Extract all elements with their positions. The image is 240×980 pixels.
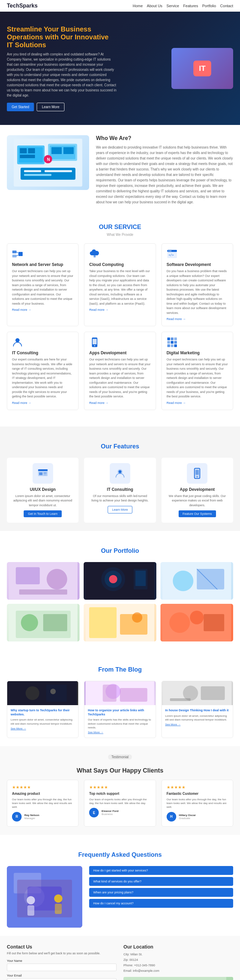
location-details: City: Milan St. Zip: 00124 Phone: +012-3…	[123, 951, 233, 974]
service-software-title: Software Development	[166, 262, 228, 267]
email-label: Your Email	[7, 974, 117, 977]
svg-point-80	[50, 689, 56, 694]
location-section: Our Location City: Milan St. Zip: 00124 …	[123, 944, 233, 980]
form-name-group: Your Name	[7, 959, 117, 971]
portfolio-item-3[interactable]	[160, 562, 233, 600]
faq-item-3[interactable]: When are your pricing plans?	[89, 888, 233, 897]
name-input[interactable]	[7, 964, 117, 971]
network-icon	[12, 248, 23, 259]
testimonial-3-desc: Our team looks after you through the day…	[166, 797, 228, 809]
nav-links: Home About Us Service Features Portfolio…	[133, 4, 233, 8]
reviewer-info-2: Eleanor Ford Business	[101, 810, 118, 816]
who-we-are-section: N Who We Are? We are dedicated to provid…	[0, 125, 240, 215]
service-card-software: </> Software Development Do you have a b…	[162, 243, 233, 326]
svg-point-58	[109, 575, 117, 583]
service-apps-desc: Our expert technicians can help you set …	[89, 357, 150, 399]
testimonials-title: What Says Our Happy Clients	[7, 767, 233, 774]
location-title: Our Location	[123, 944, 233, 950]
blog-card-2: How to organize your article links with …	[84, 681, 156, 738]
blog-1-desc: Lorem ipsum dolor sit amet, consectetur …	[11, 718, 75, 725]
feature-itconsulting-btn[interactable]: Learn More	[108, 506, 132, 514]
reviewer-info-3: Hillary Oscar Graduate	[179, 814, 196, 820]
blog-grid: Why startup turn to TechSparks for their…	[7, 681, 233, 738]
svg-rect-16	[12, 251, 16, 253]
blog-2-seemore[interactable]: See More →	[88, 731, 103, 734]
svg-rect-84	[120, 688, 147, 702]
service-network-readmore[interactable]: Read more →	[12, 308, 31, 312]
service-network-desc: Our expert technicians can help you set …	[12, 269, 74, 306]
service-digital-desc: Our expert technicians can help you set …	[166, 357, 228, 399]
feature-uiux-btn[interactable]: Get In Touch to Learn	[24, 511, 61, 517]
portfolio-item-2[interactable]	[84, 562, 156, 600]
name-label: Your Name	[7, 959, 117, 963]
blog-2-title: How to organize your article links with …	[88, 708, 152, 716]
svg-rect-49	[195, 470, 199, 475]
svg-rect-36	[174, 341, 177, 344]
feature-itconsulting-title: IT Consulting	[90, 487, 150, 492]
feature-appdev-btn[interactable]: Feature Our Systems	[179, 511, 216, 517]
testimonials-grid: ★★★★★ Amazing product Our team looks aft…	[7, 780, 233, 827]
reviewer-role-1: Manager	[24, 817, 40, 820]
service-network-title: Network and Server Setup	[12, 262, 74, 267]
portfolio-item-1[interactable]	[7, 562, 80, 600]
learn-more-button[interactable]: Learn More	[37, 103, 64, 111]
svg-rect-88	[170, 698, 190, 701]
hero-image: IT	[171, 48, 233, 89]
portfolio-item-6[interactable]	[160, 604, 233, 641]
reviewer-name-3: Hillary Oscar	[179, 814, 196, 817]
service-digital-readmore[interactable]: Read more →	[166, 401, 186, 405]
nav-home[interactable]: Home	[133, 4, 142, 8]
blog-content-1: Why startup turn to TechSparks for their…	[7, 705, 78, 734]
service-software-desc: Do you have a business problem that need…	[166, 269, 228, 315]
service-apps-readmore[interactable]: Read more →	[89, 401, 108, 405]
nav-service[interactable]: Service	[166, 4, 179, 8]
svg-rect-29	[93, 339, 97, 344]
svg-rect-95	[27, 905, 34, 916]
nav-contact[interactable]: Contact	[220, 4, 233, 8]
faq-item-2[interactable]: What kind of services do you offer?	[89, 877, 233, 886]
nav-about[interactable]: About Us	[147, 4, 162, 8]
uiux-icon	[33, 463, 53, 484]
feature-appdev: App Development We share that just great…	[162, 458, 233, 523]
appdev-icon	[187, 463, 207, 484]
svg-rect-10	[21, 168, 75, 180]
nav-features[interactable]: Features	[183, 4, 198, 8]
svg-rect-21	[94, 255, 96, 258]
feature-appdev-desc: We share that just great coding skills. …	[167, 494, 228, 508]
svg-rect-52	[16, 567, 40, 584]
stars-2: ★★★★★	[89, 785, 150, 790]
svg-rect-63	[197, 569, 224, 589]
portfolio-item-4[interactable]	[7, 604, 80, 641]
svg-rect-37	[167, 344, 170, 347]
svg-rect-83	[103, 685, 117, 702]
faq-item-1[interactable]: How do I get started with your services?	[89, 866, 233, 875]
service-software-readmore[interactable]: Read more →	[166, 317, 186, 321]
svg-rect-38	[171, 344, 173, 347]
svg-rect-11	[24, 170, 41, 172]
blog-card-3: In house Design Thinking How I deal with…	[162, 681, 233, 738]
testimonial-2-desc: Our team of experts looks after you thro…	[89, 797, 150, 805]
reviewer-name-1: Ray Nelson	[24, 814, 40, 817]
reviewer-role-3: Graduate	[179, 817, 196, 820]
nav-portfolio[interactable]: Portfolio	[202, 4, 216, 8]
faq-item-4[interactable]: How do I cancel my account?	[89, 899, 233, 908]
svg-rect-35	[171, 341, 173, 344]
email-input[interactable]	[7, 978, 117, 980]
svg-rect-76	[204, 614, 224, 631]
svg-rect-68	[43, 614, 67, 631]
portfolio-item-5[interactable]	[84, 604, 156, 641]
blog-card-1: Why startup turn to TechSparks for their…	[7, 681, 78, 738]
svg-rect-4	[28, 148, 35, 153]
service-it-readmore[interactable]: Read more →	[12, 401, 31, 405]
hero-title: Streamline Your BusinessOperations with …	[7, 25, 117, 49]
testimonial-1-title: Amazing product	[12, 792, 74, 795]
blog-3-seemore[interactable]: See More →	[165, 723, 181, 726]
form-email-group: Your Email	[7, 974, 117, 980]
blog-1-seemore[interactable]: See More →	[11, 727, 26, 730]
svg-rect-97	[55, 904, 62, 914]
map-box	[123, 977, 233, 980]
svg-rect-54	[19, 589, 67, 595]
service-it-desc: Our expert consultants are here for your…	[12, 357, 74, 399]
service-cloud-readmore[interactable]: Read more →	[89, 308, 108, 312]
get-started-button[interactable]: Get Started	[7, 103, 34, 111]
